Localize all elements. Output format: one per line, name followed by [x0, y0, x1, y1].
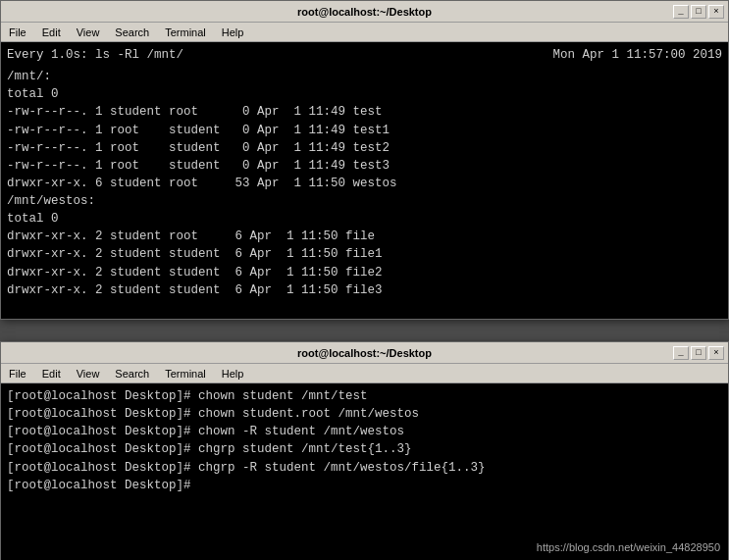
bottom-line-3: [root@localhost Desktop]# chgrp student … [7, 440, 722, 458]
top-line-12: drwxr-xr-x. 2 student student 6 Apr 1 11… [7, 264, 722, 281]
menu-bar-top: File Edit View Search Terminal Help [1, 23, 728, 42]
menu-terminal-top[interactable]: Terminal [161, 25, 210, 40]
bottom-line-5: [root@localhost Desktop]# [7, 477, 722, 494]
top-line-0: /mnt/: [7, 68, 722, 85]
top-line-4: -rw-r--r--. 1 root student 0 Apr 1 11:49… [7, 139, 722, 157]
terminal-content-bottom: [root@localhost Desktop]# chown student … [1, 383, 728, 560]
minimize-button-bottom[interactable]: _ [673, 346, 689, 360]
top-line-13: drwxr-xr-x. 2 student student 6 Apr 1 11… [7, 281, 722, 299]
watch-cmd: Every 1.0s: ls -Rl /mnt/ [7, 46, 183, 64]
menu-search-bottom[interactable]: Search [111, 366, 153, 382]
bottom-line-0: [root@localhost Desktop]# chown student … [7, 387, 722, 405]
watch-header: Every 1.0s: ls -Rl /mnt/ Mon Apr 1 11:57… [7, 46, 722, 64]
bottom-line-4: [root@localhost Desktop]# chgrp -R stude… [7, 459, 722, 477]
close-button-bottom[interactable]: × [708, 346, 724, 360]
menu-terminal-bottom[interactable]: Terminal [161, 366, 210, 382]
title-bottom: root@localhost:~/Desktop [297, 347, 432, 359]
top-content-lines: /mnt/:total 0-rw-r--r--. 1 student root … [7, 68, 722, 299]
top-line-10: drwxr-xr-x. 2 student root 6 Apr 1 11:50… [7, 228, 722, 245]
top-line-11: drwxr-xr-x. 2 student student 6 Apr 1 11… [7, 245, 722, 263]
watermark: https://blog.csdn.net/weixin_44828950 [537, 540, 720, 556]
menu-search-top[interactable]: Search [111, 25, 153, 40]
top-line-8: /mnt/westos: [7, 192, 722, 210]
maximize-button-top[interactable]: □ [691, 5, 706, 19]
bottom-line-2: [root@localhost Desktop]# chown -R stude… [7, 423, 722, 440]
top-line-1: total 0 [7, 85, 722, 103]
title-buttons-top: _ □ × [673, 5, 724, 19]
minimize-button-top[interactable]: _ [673, 5, 689, 19]
top-line-5: -rw-r--r--. 1 root student 0 Apr 1 11:49… [7, 157, 722, 175]
top-line-9: total 0 [7, 210, 722, 228]
menu-bar-bottom: File Edit View Search Terminal Help [1, 364, 728, 383]
bottom-line-1: [root@localhost Desktop]# chown student.… [7, 405, 722, 423]
terminal-content-top: Every 1.0s: ls -Rl /mnt/ Mon Apr 1 11:57… [1, 42, 728, 319]
title-top: root@localhost:~/Desktop [297, 6, 432, 18]
terminal-window-top: root@localhost:~/Desktop _ □ × File Edit… [0, 0, 729, 320]
close-button-top[interactable]: × [708, 5, 724, 19]
title-bar-top: root@localhost:~/Desktop _ □ × [1, 1, 728, 23]
title-buttons-bottom: _ □ × [673, 346, 724, 360]
top-line-2: -rw-r--r--. 1 student root 0 Apr 1 11:49… [7, 103, 722, 121]
menu-edit-top[interactable]: Edit [38, 25, 65, 40]
menu-view-top[interactable]: View [73, 25, 104, 40]
top-line-6: drwxr-xr-x. 6 student root 53 Apr 1 11:5… [7, 175, 722, 192]
title-bar-bottom: root@localhost:~/Desktop _ □ × [1, 342, 728, 364]
menu-help-top[interactable]: Help [218, 25, 248, 40]
menu-view-bottom[interactable]: View [73, 366, 104, 382]
top-line-3: -rw-r--r--. 1 root student 0 Apr 1 11:49… [7, 122, 722, 139]
menu-help-bottom[interactable]: Help [218, 366, 248, 382]
menu-file-bottom[interactable]: File [5, 366, 30, 382]
watch-time: Mon Apr 1 11:57:00 2019 [552, 46, 722, 64]
menu-edit-bottom[interactable]: Edit [38, 366, 65, 382]
maximize-button-bottom[interactable]: □ [691, 346, 706, 360]
terminal-window-bottom: root@localhost:~/Desktop _ □ × File Edit… [0, 341, 729, 560]
menu-file-top[interactable]: File [5, 25, 30, 40]
bottom-content-lines: [root@localhost Desktop]# chown student … [7, 387, 722, 494]
